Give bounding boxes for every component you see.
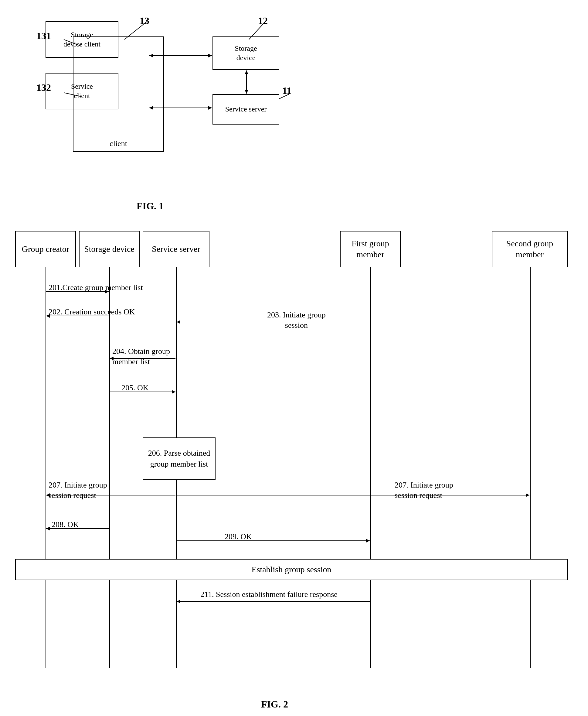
step-206-box: 206. Parse obtained group member list (143, 437, 215, 480)
col-group-creator: Group creator (15, 231, 76, 267)
col-second-group-member: Second groupmember (492, 231, 568, 267)
label-12: 12 (258, 15, 268, 26)
svg-marker-9 (208, 106, 212, 110)
svg-marker-33 (177, 600, 180, 603)
fig1-caption: FIG. 1 (136, 201, 164, 212)
fig2-caption: FIG. 2 (261, 699, 288, 710)
svg-marker-31 (366, 539, 370, 543)
label-208: 208. OK (51, 519, 79, 530)
storage-device-client-box: Storagedevice client (45, 21, 119, 58)
svg-marker-19 (177, 320, 180, 324)
col-service-server: Service server (143, 231, 209, 267)
label-211: 211. Session establishment failure respo… (201, 589, 338, 600)
label-13: 13 (140, 15, 149, 26)
label-204: 204. Obtain group member list (112, 346, 170, 367)
fig2-arrows (12, 231, 577, 693)
svg-marker-23 (172, 390, 175, 394)
service-server-box-fig1: Service server (212, 94, 279, 125)
label-209: 209. OK (225, 532, 252, 542)
svg-marker-29 (46, 527, 50, 530)
fig2-diagram: Group creator Storage device Service ser… (12, 231, 577, 693)
label-207b: 207. Initiate group session request (395, 480, 453, 500)
label-11: 11 (282, 85, 291, 96)
svg-marker-6 (208, 54, 212, 57)
service-client-label: Serviceclient (71, 82, 93, 101)
svg-marker-27 (526, 493, 529, 497)
label-205: 205. OK (121, 383, 149, 393)
svg-marker-12 (245, 70, 248, 74)
col-storage-device: Storage device (79, 231, 140, 267)
lifeline-first-group-member (370, 267, 371, 668)
client-label: client (110, 139, 127, 148)
storage-device-label: Storagedevice (235, 44, 257, 63)
storage-device-client-label: Storagedevice client (63, 30, 101, 49)
label-207a: 207. Initiate group session request (48, 480, 107, 500)
label-202: 202. Creation succeeds OK (48, 307, 135, 317)
lifeline-group-creator (45, 267, 46, 668)
lifeline-second-group-member (530, 267, 531, 668)
service-server-fig1-label: Service server (225, 104, 267, 114)
establish-bar: Establish group session (15, 559, 568, 580)
fig1-diagram: 131 132 13 12 11 client Storagedevice cl… (37, 12, 310, 182)
svg-marker-13 (245, 90, 248, 94)
label-201: 201.Create group member list (48, 283, 143, 293)
col-first-group-member: First groupmember (340, 231, 401, 267)
service-client-box: Serviceclient (45, 73, 119, 109)
storage-device-box: Storagedevice (212, 37, 279, 70)
label-203: 203. Initiate group session (267, 310, 326, 330)
lifeline-storage-device (109, 267, 110, 668)
